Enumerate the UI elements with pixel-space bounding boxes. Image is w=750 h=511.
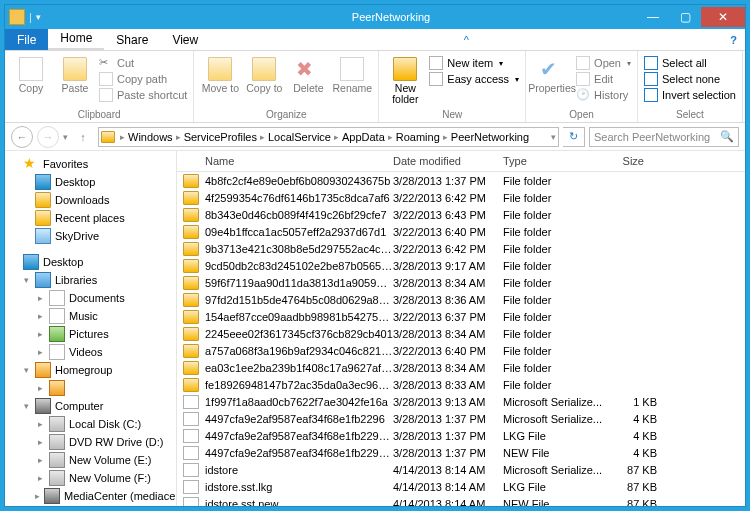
copy-to-button[interactable]: Copy to xyxy=(244,53,284,94)
ribbon-tabs: File Home Share View ^ ? xyxy=(5,29,745,51)
tab-share[interactable]: Share xyxy=(104,29,160,50)
new-folder-button[interactable]: New folder xyxy=(385,53,425,105)
file-type: File folder xyxy=(503,209,603,221)
tree-downloads[interactable]: Downloads xyxy=(7,191,174,209)
file-row[interactable]: 154aef87cce09aadbb98981b542754f63/22/201… xyxy=(177,308,745,325)
file-row[interactable]: fe18926948147b72ac35da0a3ec96ed03/28/201… xyxy=(177,376,745,393)
tree-desktop-root[interactable]: Desktop xyxy=(7,253,174,271)
crumb-appdata[interactable]: ▸AppData xyxy=(331,131,385,143)
file-date: 4/14/2013 8:14 AM xyxy=(393,498,503,507)
file-row[interactable]: 4b8fc2cf4e89e0ebf6b080930243675b3/28/201… xyxy=(177,172,745,189)
crumb-serviceprofiles[interactable]: ▸ServiceProfiles xyxy=(173,131,257,143)
invert-selection-button[interactable]: Invert selection xyxy=(644,88,736,102)
file-row[interactable]: 59f6f7119aa90d11da3813d1a90593ed3/28/201… xyxy=(177,274,745,291)
open-button[interactable]: Open▾ xyxy=(576,56,631,70)
file-date: 3/22/2013 6:42 PM xyxy=(393,243,503,255)
refresh-button[interactable]: ↻ xyxy=(563,127,585,147)
help-icon[interactable]: ? xyxy=(722,30,745,50)
edit-button[interactable]: Edit xyxy=(576,72,631,86)
col-date[interactable]: Date modified xyxy=(387,151,497,171)
col-type[interactable]: Type xyxy=(497,151,597,171)
tree-skydrive[interactable]: SkyDrive xyxy=(7,227,174,245)
select-all-button[interactable]: Select all xyxy=(644,56,736,70)
up-button[interactable]: ↑ xyxy=(72,126,94,148)
tree-libraries[interactable]: ▾Libraries xyxy=(7,271,174,289)
file-row[interactable]: 4f2599354c76df6146b1735c8dca7af63/22/201… xyxy=(177,189,745,206)
paste-shortcut-button[interactable]: Paste shortcut xyxy=(99,88,187,102)
col-size[interactable]: Size xyxy=(597,151,651,171)
search-box[interactable]: Search PeerNetworking 🔍 xyxy=(589,127,739,147)
file-name: idstore xyxy=(205,464,393,476)
recent-locations-icon[interactable]: ▾ xyxy=(63,132,68,142)
tree-desktop[interactable]: Desktop xyxy=(7,173,174,191)
cut-button[interactable]: ✂Cut xyxy=(99,56,187,70)
tree-local-c[interactable]: ▸Local Disk (C:) xyxy=(7,415,174,433)
tab-home[interactable]: Home xyxy=(48,27,104,50)
file-date: 4/14/2013 8:14 AM xyxy=(393,481,503,493)
tree-hg-user[interactable]: ▸ xyxy=(7,379,174,397)
breadcrumb-bar[interactable]: ▸Windows▸ServiceProfiles▸LocalService▸Ap… xyxy=(98,127,559,147)
maximize-button[interactable]: ▢ xyxy=(669,7,701,27)
file-row[interactable]: 9b3713e421c308b8e5d297552ac4c5423/22/201… xyxy=(177,240,745,257)
paste-button[interactable]: Paste xyxy=(55,53,95,94)
tree-mediacenter[interactable]: ▸MediaCenter (mediacenter-pc) xyxy=(7,487,174,505)
crumb-peernetworking[interactable]: ▸PeerNetworking xyxy=(440,131,529,143)
history-button[interactable]: 🕑History xyxy=(576,88,631,102)
file-row[interactable]: 4497cfa9e2af9587eaf34f68e1fb22963/28/201… xyxy=(177,410,745,427)
nav-tree[interactable]: ★Favorites Desktop Downloads Recent plac… xyxy=(5,151,177,506)
minimize-button[interactable]: — xyxy=(637,7,669,27)
crumb-windows[interactable]: ▸Windows xyxy=(117,131,173,143)
tree-homegroup[interactable]: ▾Homegroup xyxy=(7,361,174,379)
file-icon xyxy=(183,463,199,477)
easy-access-button[interactable]: Easy access▾ xyxy=(429,72,519,86)
file-row[interactable]: 8b343e0d46cb089f4f419c26bf29cfe73/22/201… xyxy=(177,206,745,223)
file-row[interactable]: 97fd2d151b5de4764b5c08d0629a85413/28/201… xyxy=(177,291,745,308)
qat-dropdown-icon[interactable]: ▾ xyxy=(36,12,41,22)
file-row[interactable]: 4497cfa9e2af9587eaf34f68e1fb2296.sst.new… xyxy=(177,444,745,461)
copy-path-button[interactable]: Copy path xyxy=(99,72,187,86)
file-row[interactable]: idstore.sst.lkg4/14/2013 8:14 AMLKG File… xyxy=(177,478,745,495)
file-name: ea03c1ee2ba239b1f408c17a9627af972 xyxy=(205,362,393,374)
tree-documents[interactable]: ▸Documents xyxy=(7,289,174,307)
copy-button[interactable]: Copy xyxy=(11,53,51,94)
file-row[interactable]: a757a068f3a196b9af2934c046c8215d3/22/201… xyxy=(177,342,745,359)
file-row[interactable]: ea03c1ee2ba239b1f408c17a9627af9723/28/20… xyxy=(177,359,745,376)
file-row[interactable]: idstore4/14/2013 8:14 AMMicrosoft Serial… xyxy=(177,461,745,478)
tree-vol-e[interactable]: ▸New Volume (E:) xyxy=(7,451,174,469)
file-name: 9b3713e421c308b8e5d297552ac4c542 xyxy=(205,243,393,255)
close-button[interactable]: ✕ xyxy=(701,7,745,27)
back-button[interactable]: ← xyxy=(11,126,33,148)
file-row[interactable]: 09e4b1ffcca1ac5057eff2a2937d67d13/22/201… xyxy=(177,223,745,240)
forward-button[interactable]: → xyxy=(37,126,59,148)
select-none-button[interactable]: Select none xyxy=(644,72,736,86)
tree-favorites[interactable]: ★Favorites xyxy=(7,155,174,173)
rename-button[interactable]: Rename xyxy=(332,53,372,94)
properties-button[interactable]: ✔Properties xyxy=(532,53,572,94)
tree-dvd[interactable]: ▸DVD RW Drive (D:) xyxy=(7,433,174,451)
new-item-button[interactable]: New item▾ xyxy=(429,56,519,70)
file-row[interactable]: 9cd50db2c83d245102e2be87b05651493/28/201… xyxy=(177,257,745,274)
crumb-localservice[interactable]: ▸LocalService xyxy=(257,131,331,143)
tree-music[interactable]: ▸Music xyxy=(7,307,174,325)
col-name[interactable]: Name xyxy=(177,151,387,171)
file-row[interactable]: 2245eee02f3617345cf376cb829cb4013/28/201… xyxy=(177,325,745,342)
tree-vol-f[interactable]: ▸New Volume (F:) xyxy=(7,469,174,487)
tab-file[interactable]: File xyxy=(5,29,48,50)
crumb-roaming[interactable]: ▸Roaming xyxy=(385,131,440,143)
tree-videos[interactable]: ▸Videos xyxy=(7,343,174,361)
file-row[interactable]: 1f997f1a8aad0cb7622f7ae3042fe16a3/28/201… xyxy=(177,393,745,410)
tab-view[interactable]: View xyxy=(160,29,210,50)
file-list[interactable]: Name Date modified Type Size 4b8fc2cf4e8… xyxy=(177,151,745,506)
tree-computer[interactable]: ▾Computer xyxy=(7,397,174,415)
tree-pictures[interactable]: ▸Pictures xyxy=(7,325,174,343)
file-name: 09e4b1ffcca1ac5057eff2a2937d67d1 xyxy=(205,226,393,238)
tree-recent[interactable]: Recent places xyxy=(7,209,174,227)
move-to-button[interactable]: Move to xyxy=(200,53,240,94)
breadcrumb-dropdown-icon[interactable]: ▾ xyxy=(551,132,556,142)
delete-button[interactable]: ✖Delete xyxy=(288,53,328,94)
minimize-ribbon-icon[interactable]: ^ xyxy=(456,30,477,50)
tree-network[interactable]: ▾Network xyxy=(7,505,174,506)
file-row[interactable]: idstore.sst.new4/14/2013 8:14 AMNEW File… xyxy=(177,495,745,506)
file-date: 3/28/2013 8:34 AM xyxy=(393,328,503,340)
file-row[interactable]: 4497cfa9e2af9587eaf34f68e1fb2296.sst.lkg… xyxy=(177,427,745,444)
